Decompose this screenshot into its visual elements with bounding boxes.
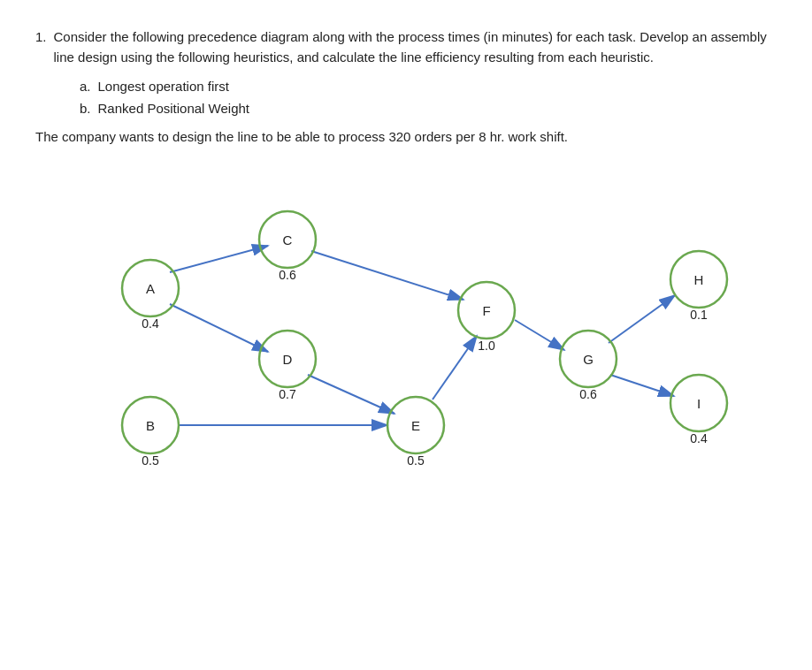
question-text: 1. Consider the following precedence dia… (35, 27, 777, 68)
node-e-label: E (411, 417, 420, 432)
sub-items: a. Longest operation first b. Ranked Pos… (80, 79, 777, 116)
edge-a-d (170, 304, 268, 352)
node-i-label: I (697, 395, 701, 410)
node-a-weight: 0.4 (142, 316, 159, 331)
node-d-weight: 0.7 (279, 387, 296, 401)
diagram-container: A 0.4 B 0.5 C 0.6 D 0.7 E 0.5 F 1.0 G 0.… (35, 173, 778, 509)
sub-label-a: a. (80, 79, 91, 94)
node-h-weight: 0.1 (690, 308, 708, 322)
node-f-label: F (482, 302, 490, 317)
node-d-label: D (283, 351, 293, 366)
node-b-label: B (146, 417, 155, 432)
precedence-diagram: A 0.4 B 0.5 C 0.6 D 0.7 E 0.5 F 1.0 G 0.… (35, 173, 778, 509)
question-block: 1. Consider the following precedence dia… (35, 27, 777, 147)
sub-label-b: b. (80, 101, 91, 116)
edge-f-g (515, 320, 564, 350)
edge-d-e (308, 375, 395, 414)
sub-item-b: b. Ranked Positional Weight (80, 101, 777, 116)
sub-text-b: Ranked Positional Weight (98, 101, 250, 116)
node-a-label: A (146, 280, 155, 295)
node-b-weight: 0.5 (142, 453, 159, 468)
sub-text-a: Longest operation first (98, 79, 229, 94)
node-g-weight: 0.6 (579, 387, 597, 401)
node-f-weight: 1.0 (478, 339, 495, 353)
sub-item-a: a. Longest operation first (80, 79, 777, 94)
node-c-weight: 0.6 (279, 268, 296, 282)
edge-a-c (170, 246, 268, 272)
node-c-label: C (283, 232, 293, 247)
node-e-weight: 0.5 (407, 453, 425, 468)
node-i-weight: 0.4 (690, 431, 708, 445)
company-note: The company wants to design the line to … (35, 126, 777, 147)
question-number: 1. (35, 27, 47, 68)
edge-g-i (610, 375, 674, 396)
edge-c-f (311, 251, 463, 300)
edge-g-h (609, 295, 675, 343)
edge-e-f (433, 336, 477, 400)
node-g-label: G (583, 351, 594, 366)
question-body: Consider the following precedence diagra… (54, 27, 777, 68)
node-h-label: H (694, 271, 704, 286)
